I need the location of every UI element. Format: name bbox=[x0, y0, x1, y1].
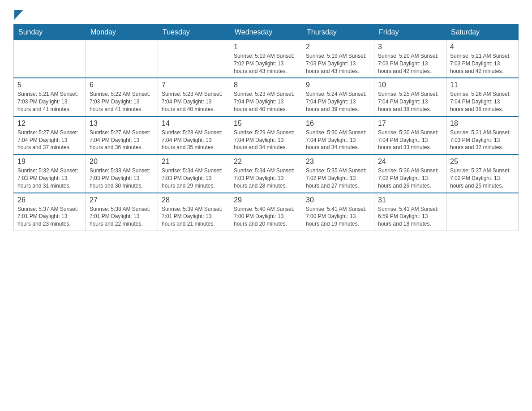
day-info: Sunrise: 5:35 AM Sunset: 7:02 PM Dayligh… bbox=[306, 167, 370, 189]
calendar-cell bbox=[446, 193, 519, 231]
day-number: 15 bbox=[234, 120, 298, 128]
calendar-cell: 10Sunrise: 5:25 AM Sunset: 7:04 PM Dayli… bbox=[374, 78, 446, 116]
day-info: Sunrise: 5:33 AM Sunset: 7:03 PM Dayligh… bbox=[90, 167, 154, 189]
day-number: 26 bbox=[17, 196, 82, 204]
day-number: 6 bbox=[90, 81, 154, 89]
day-number: 21 bbox=[162, 158, 226, 166]
calendar-cell: 16Sunrise: 5:30 AM Sunset: 7:04 PM Dayli… bbox=[302, 116, 374, 154]
calendar-week-row: 19Sunrise: 5:32 AM Sunset: 7:03 PM Dayli… bbox=[14, 154, 519, 193]
calendar-cell bbox=[158, 40, 230, 78]
calendar-week-row: 26Sunrise: 5:37 AM Sunset: 7:01 PM Dayli… bbox=[14, 193, 519, 231]
calendar-cell: 31Sunrise: 5:41 AM Sunset: 6:59 PM Dayli… bbox=[374, 193, 446, 231]
day-info: Sunrise: 5:34 AM Sunset: 7:03 PM Dayligh… bbox=[162, 167, 226, 189]
calendar-cell: 18Sunrise: 5:31 AM Sunset: 7:03 PM Dayli… bbox=[446, 116, 519, 154]
day-info: Sunrise: 5:37 AM Sunset: 7:01 PM Dayligh… bbox=[17, 206, 82, 228]
calendar-cell: 28Sunrise: 5:39 AM Sunset: 7:01 PM Dayli… bbox=[158, 193, 230, 231]
day-info: Sunrise: 5:20 AM Sunset: 7:03 PM Dayligh… bbox=[378, 52, 442, 75]
weekday-header-monday: Monday bbox=[86, 25, 158, 40]
calendar-cell: 27Sunrise: 5:38 AM Sunset: 7:01 PM Dayli… bbox=[86, 193, 158, 231]
day-info: Sunrise: 5:36 AM Sunset: 7:02 PM Dayligh… bbox=[378, 167, 442, 189]
calendar-cell bbox=[86, 40, 158, 78]
day-info: Sunrise: 5:23 AM Sunset: 7:04 PM Dayligh… bbox=[234, 90, 298, 113]
day-info: Sunrise: 5:40 AM Sunset: 7:00 PM Dayligh… bbox=[234, 206, 298, 228]
calendar-cell: 25Sunrise: 5:37 AM Sunset: 7:02 PM Dayli… bbox=[446, 154, 519, 193]
calendar-cell: 9Sunrise: 5:24 AM Sunset: 7:04 PM Daylig… bbox=[302, 78, 374, 116]
day-info: Sunrise: 5:19 AM Sunset: 7:03 PM Dayligh… bbox=[306, 52, 370, 75]
calendar-cell: 21Sunrise: 5:34 AM Sunset: 7:03 PM Dayli… bbox=[158, 154, 230, 193]
calendar-cell: 26Sunrise: 5:37 AM Sunset: 7:01 PM Dayli… bbox=[14, 193, 86, 231]
day-number: 13 bbox=[90, 120, 154, 128]
calendar-cell: 14Sunrise: 5:28 AM Sunset: 7:04 PM Dayli… bbox=[158, 116, 230, 154]
day-number: 25 bbox=[450, 158, 515, 166]
day-number: 10 bbox=[378, 81, 442, 89]
day-info: Sunrise: 5:21 AM Sunset: 7:03 PM Dayligh… bbox=[17, 90, 82, 113]
day-info: Sunrise: 5:26 AM Sunset: 7:04 PM Dayligh… bbox=[450, 90, 515, 113]
day-info: Sunrise: 5:41 AM Sunset: 7:00 PM Dayligh… bbox=[306, 206, 370, 228]
day-info: Sunrise: 5:41 AM Sunset: 6:59 PM Dayligh… bbox=[378, 206, 442, 228]
day-number: 30 bbox=[306, 196, 370, 204]
calendar-cell: 15Sunrise: 5:29 AM Sunset: 7:04 PM Dayli… bbox=[230, 116, 302, 154]
page-header bbox=[13, 9, 519, 20]
day-info: Sunrise: 5:34 AM Sunset: 7:03 PM Dayligh… bbox=[234, 167, 298, 189]
day-number: 19 bbox=[17, 158, 82, 166]
day-number: 12 bbox=[17, 120, 82, 128]
calendar-cell: 13Sunrise: 5:27 AM Sunset: 7:04 PM Dayli… bbox=[86, 116, 158, 154]
calendar-header-row: SundayMondayTuesdayWednesdayThursdayFrid… bbox=[14, 25, 519, 40]
calendar-cell bbox=[14, 40, 86, 78]
day-number: 29 bbox=[234, 196, 298, 204]
calendar-cell: 19Sunrise: 5:32 AM Sunset: 7:03 PM Dayli… bbox=[14, 154, 86, 193]
day-number: 7 bbox=[162, 81, 226, 89]
day-info: Sunrise: 5:25 AM Sunset: 7:04 PM Dayligh… bbox=[378, 90, 442, 113]
calendar-cell: 24Sunrise: 5:36 AM Sunset: 7:02 PM Dayli… bbox=[374, 154, 446, 193]
day-info: Sunrise: 5:31 AM Sunset: 7:03 PM Dayligh… bbox=[450, 129, 515, 151]
weekday-header-sunday: Sunday bbox=[14, 25, 86, 40]
day-number: 17 bbox=[378, 120, 442, 128]
day-info: Sunrise: 5:28 AM Sunset: 7:04 PM Dayligh… bbox=[162, 129, 226, 151]
day-info: Sunrise: 5:38 AM Sunset: 7:01 PM Dayligh… bbox=[90, 206, 154, 228]
weekday-header-tuesday: Tuesday bbox=[158, 25, 230, 40]
day-info: Sunrise: 5:27 AM Sunset: 7:04 PM Dayligh… bbox=[90, 129, 154, 151]
calendar-cell: 1Sunrise: 5:19 AM Sunset: 7:02 PM Daylig… bbox=[230, 40, 302, 78]
calendar-cell: 22Sunrise: 5:34 AM Sunset: 7:03 PM Dayli… bbox=[230, 154, 302, 193]
day-number: 31 bbox=[378, 196, 442, 204]
logo bbox=[13, 9, 23, 20]
calendar-cell: 6Sunrise: 5:22 AM Sunset: 7:03 PM Daylig… bbox=[86, 78, 158, 116]
day-number: 5 bbox=[17, 81, 82, 89]
day-number: 11 bbox=[450, 81, 515, 89]
calendar-table: SundayMondayTuesdayWednesdayThursdayFrid… bbox=[13, 24, 519, 231]
calendar-cell: 4Sunrise: 5:21 AM Sunset: 7:03 PM Daylig… bbox=[446, 40, 519, 78]
calendar-cell: 7Sunrise: 5:23 AM Sunset: 7:04 PM Daylig… bbox=[158, 78, 230, 116]
calendar-cell: 23Sunrise: 5:35 AM Sunset: 7:02 PM Dayli… bbox=[302, 154, 374, 193]
day-info: Sunrise: 5:32 AM Sunset: 7:03 PM Dayligh… bbox=[17, 167, 82, 189]
day-number: 22 bbox=[234, 158, 298, 166]
day-info: Sunrise: 5:24 AM Sunset: 7:04 PM Dayligh… bbox=[306, 90, 370, 113]
calendar-cell: 2Sunrise: 5:19 AM Sunset: 7:03 PM Daylig… bbox=[302, 40, 374, 78]
calendar-week-row: 1Sunrise: 5:19 AM Sunset: 7:02 PM Daylig… bbox=[14, 40, 519, 78]
calendar-cell: 5Sunrise: 5:21 AM Sunset: 7:03 PM Daylig… bbox=[14, 78, 86, 116]
day-info: Sunrise: 5:30 AM Sunset: 7:04 PM Dayligh… bbox=[306, 129, 370, 151]
weekday-header-friday: Friday bbox=[374, 25, 446, 40]
day-info: Sunrise: 5:27 AM Sunset: 7:04 PM Dayligh… bbox=[17, 129, 82, 151]
day-number: 16 bbox=[306, 120, 370, 128]
day-number: 8 bbox=[234, 81, 298, 89]
day-info: Sunrise: 5:21 AM Sunset: 7:03 PM Dayligh… bbox=[450, 52, 515, 75]
day-number: 4 bbox=[450, 43, 515, 51]
day-number: 28 bbox=[162, 196, 226, 204]
weekday-header-wednesday: Wednesday bbox=[230, 25, 302, 40]
day-info: Sunrise: 5:23 AM Sunset: 7:04 PM Dayligh… bbox=[162, 90, 226, 113]
day-number: 18 bbox=[450, 120, 515, 128]
calendar-cell: 8Sunrise: 5:23 AM Sunset: 7:04 PM Daylig… bbox=[230, 78, 302, 116]
calendar-cell: 3Sunrise: 5:20 AM Sunset: 7:03 PM Daylig… bbox=[374, 40, 446, 78]
calendar-week-row: 12Sunrise: 5:27 AM Sunset: 7:04 PM Dayli… bbox=[14, 116, 519, 154]
day-info: Sunrise: 5:39 AM Sunset: 7:01 PM Dayligh… bbox=[162, 206, 226, 228]
day-number: 24 bbox=[378, 158, 442, 166]
day-number: 20 bbox=[90, 158, 154, 166]
day-number: 2 bbox=[306, 43, 370, 51]
day-info: Sunrise: 5:30 AM Sunset: 7:04 PM Dayligh… bbox=[378, 129, 442, 151]
calendar-cell: 30Sunrise: 5:41 AM Sunset: 7:00 PM Dayli… bbox=[302, 193, 374, 231]
day-number: 3 bbox=[378, 43, 442, 51]
calendar-cell: 20Sunrise: 5:33 AM Sunset: 7:03 PM Dayli… bbox=[86, 154, 158, 193]
calendar-cell: 11Sunrise: 5:26 AM Sunset: 7:04 PM Dayli… bbox=[446, 78, 519, 116]
day-info: Sunrise: 5:22 AM Sunset: 7:03 PM Dayligh… bbox=[90, 90, 154, 113]
svg-marker-0 bbox=[14, 10, 23, 20]
